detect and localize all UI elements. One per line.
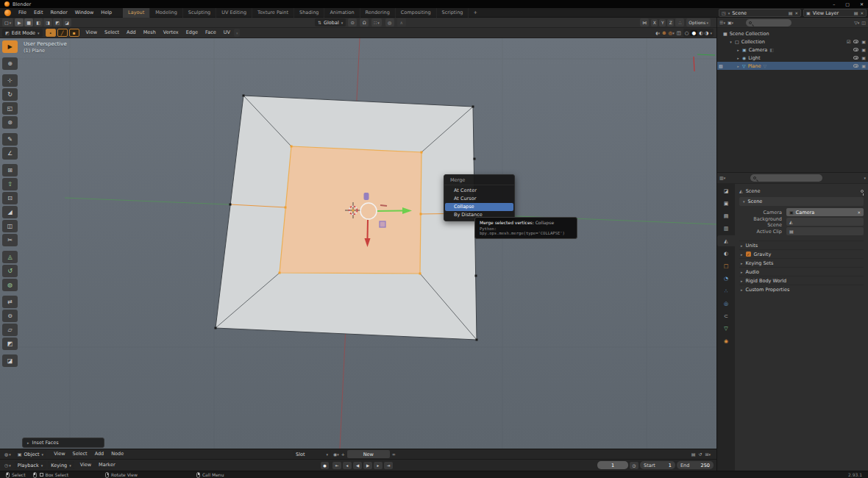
shading-material-icon[interactable]: ◐	[699, 30, 703, 36]
viewport-menu-face[interactable]: Face	[202, 28, 220, 38]
proportional-falloff-icon[interactable]: ∧	[397, 18, 406, 26]
end-frame-field[interactable]: End250	[677, 461, 714, 469]
tab-object-data[interactable]: ▽	[717, 323, 735, 334]
section-gravity[interactable]: ▸ ✓ Gravity	[739, 249, 864, 258]
expand-arrow-icon[interactable]: ▾	[729, 40, 733, 44]
tab-world[interactable]: ◐	[717, 248, 735, 259]
transform-widget-dropdown[interactable]: ▾	[234, 29, 241, 37]
vertex-select-button[interactable]: ∙	[46, 29, 56, 37]
shading-wireframe-icon[interactable]: ○	[685, 30, 689, 36]
keying-dropdown[interactable]: Keying▾	[48, 461, 74, 469]
tab-rendering[interactable]: Rendering	[360, 8, 396, 18]
poly-build-tool[interactable]: ◬	[2, 251, 18, 263]
pivot-point-dropdown[interactable]: ⊙	[348, 18, 357, 26]
scale-tool[interactable]: ◱	[2, 102, 18, 115]
maximize-button[interactable]: ▢	[845, 1, 850, 7]
outliner-search-input[interactable]	[746, 19, 791, 26]
tab-particles[interactable]: ∴	[717, 285, 735, 296]
section-keying-sets[interactable]: ▸ Keying Sets	[739, 258, 864, 267]
tab-layout[interactable]: Layout	[123, 8, 150, 18]
outliner-row-collection[interactable]: ▾ ▢ Collection ☑ ▣	[717, 38, 868, 46]
rotate-tool[interactable]: ↻	[2, 88, 18, 101]
menu-render[interactable]: Render	[46, 8, 71, 18]
loop-cut-tool[interactable]: ◫	[2, 220, 18, 232]
spin-tool[interactable]: ↺	[2, 265, 18, 277]
jump-to-end-button[interactable]: ⇥	[384, 462, 393, 469]
tab-modeling[interactable]: Modeling	[150, 8, 183, 18]
shader-menu-node[interactable]: Node	[107, 449, 127, 459]
tab-texture-paint[interactable]: Texture Paint	[252, 8, 294, 18]
operator-panel-inset-faces[interactable]: ▸ Inset Faces	[22, 438, 104, 448]
edge-slide-tool[interactable]: ⇄	[2, 296, 18, 308]
tab-sculpting[interactable]: Sculpting	[183, 8, 216, 18]
scene-panel-header[interactable]: ▾ Scene	[739, 197, 864, 206]
tab-output[interactable]: ▤	[717, 210, 735, 221]
shader-type-dropdown[interactable]: ▣Object▾	[15, 450, 46, 458]
tab-render[interactable]: ▣	[717, 198, 735, 209]
camera-field[interactable]: ▣ Camera ✕	[786, 208, 864, 216]
disable-in-renders-icon[interactable]: ▣	[861, 47, 866, 52]
close-button[interactable]: ✕	[860, 1, 864, 7]
start-frame-field[interactable]: Start1	[640, 461, 675, 469]
outliner-filter-dropdown[interactable]: ▣▾	[728, 20, 733, 26]
add-workspace-button[interactable]: +	[469, 8, 481, 18]
use-preview-range-icon[interactable]: ◷	[630, 462, 638, 469]
outliner-row-camera[interactable]: ▸ ▣ Camera ◧ ▣	[717, 46, 868, 54]
editor-type-dropdown[interactable]: ◷▾	[2, 461, 13, 469]
tab-compositing[interactable]: Compositing	[396, 8, 437, 18]
section-rigid-body-world[interactable]: ▸ Rigid Body World	[739, 276, 864, 285]
select-box-tool[interactable]: ▶	[2, 40, 18, 53]
unlink-scene-icon[interactable]: ✕	[794, 11, 798, 15]
viewport-menu-mesh[interactable]: Mesh	[140, 28, 160, 38]
browse-material-dropdown[interactable]: ◉▾	[333, 452, 339, 457]
tab-object[interactable]: □	[717, 260, 735, 271]
menu-item-at-cursor[interactable]: At Cursor	[445, 195, 513, 203]
editor-type-dropdown[interactable]: ◍▾	[2, 450, 13, 458]
tab-modifiers[interactable]: ◔	[717, 273, 735, 284]
select-intersect-icon[interactable]: ◪	[63, 18, 71, 26]
transform-tool[interactable]: ⊛	[2, 116, 18, 129]
rip-edge-tool[interactable]: ◪	[2, 354, 18, 367]
section-audio[interactable]: ▸ Audio	[739, 267, 864, 276]
filter-dropdown[interactable]: ▽▾	[854, 20, 859, 26]
shading-solid-icon[interactable]: ●	[690, 30, 697, 36]
orientation-dropdown[interactable]: ⇅Global▾	[315, 18, 346, 26]
menu-window[interactable]: Window	[71, 8, 98, 18]
smooth-tool[interactable]: ◍	[2, 279, 18, 291]
active-clip-field[interactable]: ▤	[786, 227, 864, 235]
extrude-region-tool[interactable]: ⇧	[2, 178, 18, 190]
shrink-fatten-tool[interactable]: ⊖	[2, 310, 18, 322]
viewport-menu-uv[interactable]: UV	[220, 28, 234, 38]
disable-in-renders-icon[interactable]: ▣	[861, 55, 866, 60]
prev-keyframe-button[interactable]: ◂	[343, 462, 352, 469]
knife-tool[interactable]: ✂	[2, 234, 18, 246]
new-view-layer-icon[interactable]: ▤	[854, 10, 858, 15]
hide-in-viewport-icon[interactable]	[853, 48, 858, 51]
pin-icon[interactable]	[861, 190, 864, 193]
tab-scene[interactable]: ◭	[717, 235, 735, 246]
background-scene-field[interactable]: ◭	[786, 218, 864, 226]
shader-menu-select[interactable]: Select	[69, 449, 91, 459]
tab-physics[interactable]: ◎	[717, 298, 735, 309]
select-extend-icon[interactable]: ◧	[34, 18, 43, 26]
add-icon[interactable]: +	[341, 452, 345, 457]
tab-scripting[interactable]: Scripting	[437, 8, 469, 18]
shader-menu-add[interactable]: Add	[91, 449, 108, 459]
new-material-button[interactable]: New	[347, 450, 390, 458]
tab-view-layer[interactable]: ▥	[717, 223, 735, 234]
shader-menu-view[interactable]: View	[50, 449, 68, 459]
clear-icon[interactable]: ✕	[857, 210, 861, 215]
hide-in-viewport-icon[interactable]	[853, 56, 858, 60]
options-dropdown[interactable]: Options▾	[686, 18, 711, 26]
section-units[interactable]: ▸ Units	[739, 240, 864, 249]
select-new-icon[interactable]: ■	[24, 18, 33, 26]
remove-view-layer-icon[interactable]: ✕	[860, 11, 864, 15]
bevel-tool[interactable]: ◢	[2, 206, 18, 218]
next-keyframe-button[interactable]: ▸	[374, 462, 383, 469]
rip-region-tool[interactable]: ◩	[2, 338, 18, 350]
select-invert-icon[interactable]: ◩	[53, 18, 62, 26]
shading-rendered-icon[interactable]: ◑	[705, 30, 709, 36]
menu-help[interactable]: Help	[97, 8, 115, 18]
gizmo-toggle-icon[interactable]: ⊕	[662, 30, 666, 36]
view-layer-browse-icon[interactable]: ▣	[806, 10, 811, 15]
